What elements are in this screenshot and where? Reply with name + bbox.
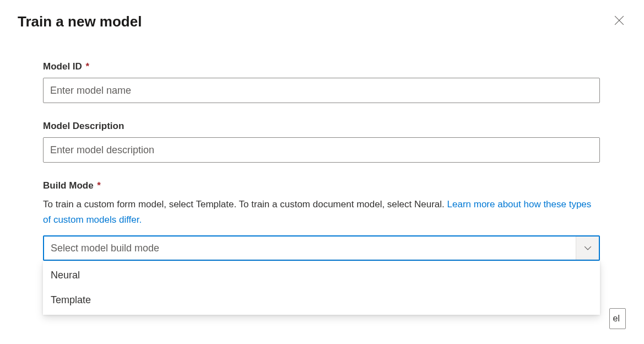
model-id-label: Model ID * [43,61,600,72]
close-button[interactable] [612,13,626,29]
build-mode-field: Build Mode * To train a custom form mode… [43,180,600,261]
model-id-input[interactable] [43,78,600,103]
partial-footer-button[interactable]: el [609,308,626,329]
train-model-dialog: Train a new model Model ID * Model Descr… [0,0,644,292]
form-body: Model ID * Model Description Build Mode … [18,30,626,261]
build-mode-label-text: Build Mode [43,180,94,191]
build-mode-label: Build Mode * [43,180,600,191]
partial-footer-button-text: el [613,314,620,324]
model-id-field: Model ID * [43,61,600,103]
model-description-field: Model Description [43,121,600,163]
build-mode-select[interactable]: Select model build mode [43,235,600,261]
build-mode-options: Neural Template [43,261,600,315]
option-neural[interactable]: Neural [43,263,600,288]
build-mode-help-text: To train a custom form model, select Tem… [43,197,600,228]
dialog-title: Train a new model [18,13,142,30]
build-mode-placeholder: Select model build mode [51,243,159,254]
model-id-label-text: Model ID [43,61,82,72]
chevron-down-icon [576,237,599,260]
build-mode-dropdown: Select model build mode Neural Template [43,235,600,261]
close-icon [614,15,624,27]
required-mark: * [97,180,101,191]
dialog-header: Train a new model [18,13,626,30]
model-description-input[interactable] [43,137,600,163]
build-mode-help-body: To train a custom form model, select Tem… [43,199,447,209]
model-description-label: Model Description [43,121,600,132]
option-template[interactable]: Template [43,288,600,313]
required-mark: * [86,61,90,72]
